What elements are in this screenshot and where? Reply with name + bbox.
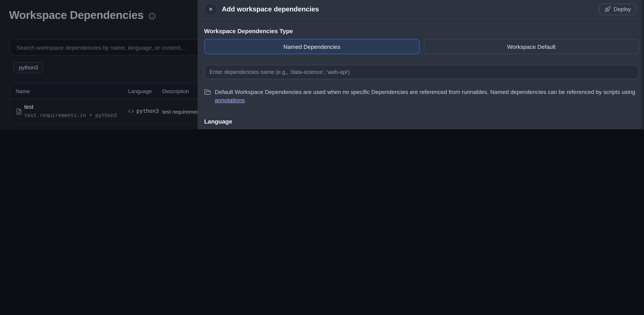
info-icon[interactable]	[148, 12, 155, 19]
deploy-button-label: Deploy	[614, 6, 631, 12]
column-header-name: Name	[16, 88, 30, 94]
folder-open-icon	[204, 89, 211, 96]
row-description: test requirements	[162, 109, 204, 115]
row-file-meta: test.requirements.in • python3	[24, 112, 117, 118]
add-dependencies-panel: ✕ Add workspace dependencies Deploy Work…	[198, 0, 644, 129]
code-icon	[128, 108, 134, 114]
type-help-text: Default Workspace Dependencies are used …	[215, 88, 639, 104]
annotations-link[interactable]: annotations	[215, 97, 244, 103]
page-title-row: Workspace Dependencies	[9, 9, 156, 22]
app-root: Workspace Dependencies python3 Name Lang…	[0, 0, 644, 129]
row-name: test	[24, 103, 34, 110]
dependencies-name-input[interactable]	[204, 65, 639, 79]
type-option-workspace-default[interactable]: Workspace Default	[424, 39, 639, 54]
panel-header: ✕ Add workspace dependencies Deploy	[198, 0, 644, 19]
type-help: Default Workspace Dependencies are used …	[204, 88, 639, 104]
close-button[interactable]: ✕	[204, 3, 217, 15]
panel-title: Add workspace dependencies	[222, 5, 319, 13]
page-title: Workspace Dependencies	[9, 9, 144, 22]
type-option-named[interactable]: Named Dependencies	[204, 39, 420, 54]
panel-scroll-gutter	[642, 0, 644, 129]
type-help-before: Default Workspace Dependencies are used …	[215, 89, 636, 95]
row-language: python3	[128, 108, 159, 114]
file-icon	[16, 108, 22, 116]
column-header-description: Description	[162, 88, 189, 94]
panel-body: Workspace Dependencies Type Named Depend…	[198, 19, 644, 129]
row-language-label: python3	[136, 108, 159, 114]
language-label: Language	[204, 118, 639, 125]
type-options: Named Dependencies Workspace Default	[204, 39, 639, 54]
type-help-after: .	[244, 97, 246, 103]
type-section-label: Workspace Dependencies Type	[204, 28, 639, 34]
deploy-button[interactable]: Deploy	[599, 3, 636, 15]
column-header-language: Language	[128, 88, 152, 94]
rocket-icon	[604, 6, 611, 12]
filter-chip-python3[interactable]: python3	[14, 62, 43, 73]
